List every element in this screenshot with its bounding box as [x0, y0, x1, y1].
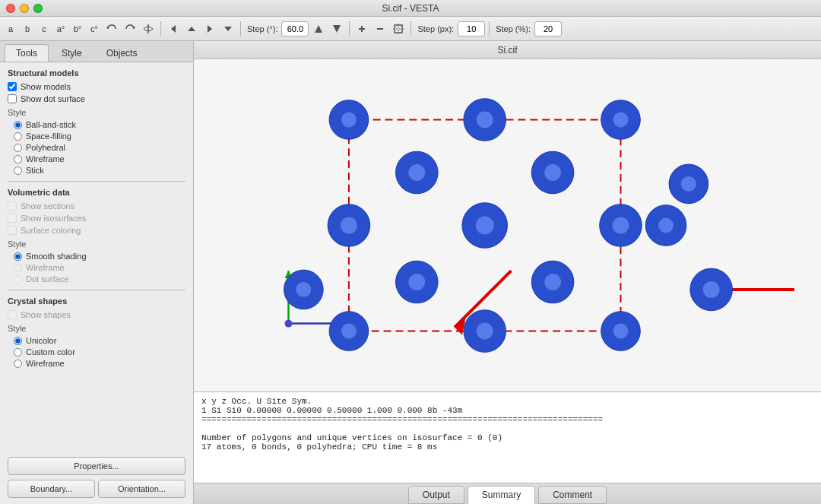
- radio-unicolor-input[interactable]: [14, 337, 22, 345]
- properties-button[interactable]: Properties...: [8, 457, 185, 475]
- crystal-shapes-title: Crystal shapes: [8, 296, 185, 306]
- show-sections-label: Show sections: [21, 201, 74, 211]
- bottom-tab-comment[interactable]: Comment: [538, 486, 607, 504]
- boundary-button[interactable]: Boundary...: [8, 480, 95, 498]
- radio-crystal-wireframe-input[interactable]: [14, 360, 22, 368]
- radio-custom-color: Custom color: [8, 347, 185, 357]
- separator-1: [160, 21, 161, 36]
- svg-marker-0: [106, 27, 109, 29]
- svg-point-21: [285, 320, 293, 328]
- radio-wireframe-input[interactable]: [14, 155, 22, 163]
- radio-custom-color-label: Custom color: [26, 347, 75, 357]
- radio-space-filling: Space-filling: [8, 132, 185, 141]
- show-isosurfaces-checkbox[interactable]: [8, 214, 17, 223]
- arrow-up-icon[interactable]: [183, 21, 200, 37]
- radio-polyhedral: Polyhedral: [8, 143, 185, 152]
- bottom-tab-output[interactable]: Output: [408, 486, 464, 504]
- radio-space-filling-input[interactable]: [14, 132, 22, 141]
- minimize-button[interactable]: [20, 4, 29, 13]
- surface-coloring-label: Surface coloring: [21, 226, 81, 235]
- vol-style-label: Style: [8, 239, 185, 249]
- radio-dot-surface-label: Dot surface: [26, 274, 68, 284]
- toolbar-b-deg[interactable]: b°: [70, 19, 85, 39]
- rotate-ccw-icon[interactable]: [103, 21, 120, 37]
- show-shapes-checkbox[interactable]: [8, 310, 17, 319]
- radio-unicolor-label: Unicolor: [26, 336, 56, 345]
- left-panel: Tools Style Objects Structural models Sh…: [0, 41, 194, 504]
- show-sections-row: Show sections: [8, 201, 185, 211]
- svg-point-45: [408, 164, 425, 181]
- move-up-icon[interactable]: [310, 21, 327, 37]
- svg-marker-1: [132, 27, 135, 29]
- svg-point-27: [341, 113, 357, 128]
- info-atoms-line: 17 atoms, 0 bonds, 0 polyhedra; CPU time…: [201, 442, 813, 452]
- svg-marker-6: [224, 27, 232, 31]
- maximize-button[interactable]: [33, 4, 43, 13]
- toolbar-a-deg[interactable]: a°: [53, 19, 68, 39]
- move-down-icon[interactable]: [328, 21, 345, 37]
- orientation-button[interactable]: Orientation...: [98, 480, 185, 498]
- arrow-left-icon[interactable]: [165, 21, 182, 37]
- rotate-cw-icon[interactable]: [122, 21, 138, 37]
- radio-polyhedral-input[interactable]: [14, 144, 22, 152]
- divider-2: [8, 290, 185, 290]
- close-button[interactable]: [6, 4, 15, 13]
- arrow-down-icon[interactable]: [220, 21, 236, 37]
- svg-point-51: [544, 274, 561, 290]
- vol-style-subsection: Style Smooth shading Wireframe Dot surfa…: [8, 239, 185, 284]
- bottom-tab-summary[interactable]: Summary: [468, 486, 535, 504]
- radio-custom-color-input[interactable]: [14, 348, 22, 357]
- show-dot-surface-row: Show dot surface: [8, 94, 185, 103]
- zoom-in-icon[interactable]: [353, 21, 370, 37]
- svg-point-29: [613, 113, 629, 128]
- flip-icon[interactable]: [140, 21, 157, 37]
- surface-coloring-checkbox[interactable]: [8, 226, 17, 235]
- show-models-checkbox[interactable]: [8, 82, 17, 91]
- radio-polyhedral-label: Polyhedral: [26, 143, 65, 152]
- show-models-row: Show models: [8, 82, 185, 91]
- svg-point-43: [476, 217, 494, 235]
- show-dot-surface-checkbox[interactable]: [8, 94, 17, 103]
- show-isosurfaces-row: Show isosurfaces: [8, 214, 185, 223]
- step-pct-input[interactable]: [534, 21, 562, 36]
- step-px-input[interactable]: [458, 21, 485, 36]
- show-isosurfaces-label: Show isosurfaces: [21, 214, 86, 223]
- arrow-right-icon[interactable]: [201, 21, 218, 37]
- tab-objects[interactable]: Objects: [95, 44, 149, 62]
- svg-marker-8: [333, 25, 341, 33]
- radio-smooth-shading-input[interactable]: [14, 252, 22, 261]
- svg-marker-7: [315, 25, 322, 33]
- fit-icon[interactable]: [390, 21, 407, 37]
- svg-point-55: [703, 281, 720, 298]
- radio-ball-stick-label: Ball-and-stick: [26, 120, 76, 129]
- toolbar-c-deg[interactable]: c°: [87, 19, 102, 39]
- svg-point-39: [613, 217, 629, 234]
- zoom-out-icon[interactable]: [372, 21, 388, 37]
- step-deg-input[interactable]: [281, 21, 309, 36]
- separator-4: [410, 21, 411, 36]
- svg-marker-4: [188, 27, 195, 31]
- radio-ball-stick-input[interactable]: [14, 121, 22, 129]
- volumetric-data-title: Volumetric data: [8, 188, 185, 197]
- radio-dot-surface-input[interactable]: [14, 275, 22, 284]
- show-dot-surface-label: Show dot surface: [21, 94, 85, 103]
- tab-tools[interactable]: Tools: [5, 44, 49, 62]
- radio-stick-input[interactable]: [14, 166, 22, 175]
- view-area[interactable]: [194, 59, 821, 391]
- style-subsection: Style Ball-and-stick Space-filling Polyh…: [8, 108, 185, 175]
- info-line-header: x y z Occ. U Site Sym.: [201, 397, 813, 406]
- view-title: Si.cif: [497, 45, 517, 55]
- svg-point-57: [296, 282, 311, 297]
- separator-2: [240, 21, 241, 36]
- toolbar-c[interactable]: c: [36, 19, 52, 39]
- show-sections-checkbox[interactable]: [8, 201, 17, 211]
- toolbar-a[interactable]: a: [3, 19, 18, 39]
- radio-stick-label: Stick: [26, 166, 44, 175]
- info-separator: ========================================…: [201, 415, 813, 424]
- radio-vol-wireframe-label: Wireframe: [26, 263, 65, 272]
- step-deg-label: Step (°):: [245, 24, 280, 33]
- toolbar-b[interactable]: b: [20, 19, 35, 39]
- tab-style[interactable]: Style: [50, 44, 94, 62]
- radio-vol-wireframe-input[interactable]: [14, 264, 22, 272]
- svg-rect-12: [395, 25, 402, 33]
